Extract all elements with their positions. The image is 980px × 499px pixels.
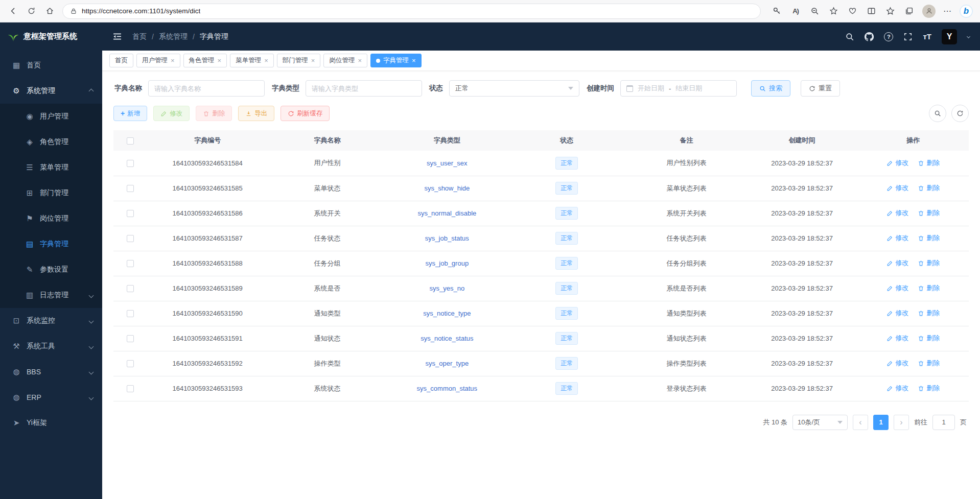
row-delete-link[interactable]: 删除 [918,158,940,168]
date-range-picker[interactable]: 开始日期 - 结束日期 [620,80,737,97]
row-checkbox[interactable] [127,185,134,192]
export-button[interactable]: 导出 [238,106,274,121]
tab-菜单管理[interactable]: 菜单管理× [230,54,274,67]
profile-avatar[interactable] [922,5,936,18]
close-icon[interactable]: × [412,57,416,64]
sidebar-item-user[interactable]: ◉用户管理 [0,104,102,129]
dict-type-link[interactable]: sys_normal_disable [417,209,476,217]
row-checkbox[interactable] [127,335,134,342]
current-page[interactable]: 1 [873,415,889,430]
row-delete-link[interactable]: 删除 [918,384,940,393]
goto-page-input[interactable] [932,415,955,430]
back-icon[interactable] [7,6,18,17]
fullscreen-icon[interactable] [903,32,913,41]
key-icon[interactable] [771,6,782,17]
read-aloud-icon[interactable]: A) [790,6,801,17]
row-delete-link[interactable]: 删除 [918,233,940,243]
user-avatar[interactable]: Y [942,29,957,44]
tab-岗位管理[interactable]: 岗位管理× [323,54,367,67]
row-delete-link[interactable]: 删除 [918,308,940,318]
edit-button[interactable]: 修改 [153,106,190,121]
row-edit-link[interactable]: 修改 [886,158,908,168]
sidebar-item-system[interactable]: ⚙系统管理 [0,78,102,104]
row-edit-link[interactable]: 修改 [886,208,908,218]
row-edit-link[interactable]: 修改 [886,283,908,293]
row-edit-link[interactable]: 修改 [886,384,908,393]
tab-用户管理[interactable]: 用户管理× [136,54,180,67]
add-button[interactable]: +新增 [113,106,147,121]
tab-角色管理[interactable]: 角色管理× [183,54,227,67]
favorites-icon[interactable] [884,6,896,17]
row-checkbox[interactable] [127,360,134,367]
close-icon[interactable]: × [171,57,175,64]
row-delete-link[interactable]: 删除 [918,334,940,343]
sidebar-item-erp[interactable]: ◍ERP [0,385,102,410]
next-page-button[interactable]: › [894,415,909,430]
row-checkbox[interactable] [127,210,134,217]
home-icon[interactable] [44,6,55,17]
toggle-search-button[interactable] [929,105,946,122]
breadcrumb-home[interactable]: 首页 [132,32,147,41]
dict-name-input[interactable] [148,80,265,97]
close-icon[interactable]: × [218,57,222,64]
sidebar-item-dept[interactable]: ⊞部门管理 [0,180,102,206]
sidebar-item-bbs[interactable]: ◍BBS [0,359,102,385]
row-checkbox[interactable] [127,285,134,292]
row-edit-link[interactable]: 修改 [886,334,908,343]
bing-icon[interactable]: b [960,5,973,18]
sidebar-item-yi[interactable]: ➤Yi框架 [0,410,102,436]
row-checkbox[interactable] [127,260,134,267]
row-delete-link[interactable]: 删除 [918,359,940,368]
dict-type-link[interactable]: sys_job_status [425,234,469,242]
tab-部门管理[interactable]: 部门管理× [277,54,321,67]
app-logo[interactable]: 意框架管理系统 [0,22,102,51]
row-delete-link[interactable]: 删除 [918,208,940,218]
dict-type-link[interactable]: sys_notice_status [421,335,473,342]
sidebar-item-dict[interactable]: ▤字典管理 [0,231,102,257]
sidebar-item-log[interactable]: ▥日志管理 [0,282,102,308]
collections-icon[interactable] [903,6,915,17]
font-size-icon[interactable]: тT [923,32,931,41]
row-checkbox[interactable] [127,310,134,317]
sidebar-item-param[interactable]: ✎参数设置 [0,257,102,282]
github-icon[interactable] [865,32,874,41]
close-icon[interactable]: × [311,57,315,64]
dict-type-link[interactable]: sys_user_sex [427,159,467,167]
row-delete-link[interactable]: 删除 [918,183,940,193]
sidebar-item-monitor[interactable]: ⊡系统监控 [0,308,102,334]
dict-type-link[interactable]: sys_common_status [417,385,478,392]
refresh-table-button[interactable] [951,105,969,122]
row-edit-link[interactable]: 修改 [886,233,908,243]
delete-button[interactable]: 删除 [196,106,232,121]
tab-首页[interactable]: 首页 [109,54,133,67]
help-icon[interactable]: ? [884,32,893,41]
add-favorite-icon[interactable] [828,6,839,17]
refresh-icon[interactable] [26,6,37,17]
breadcrumb-system[interactable]: 系统管理 [159,32,188,41]
split-screen-icon[interactable] [866,6,877,17]
search-button[interactable]: 搜索 [751,80,790,97]
dict-type-link[interactable]: sys_show_hide [424,184,470,192]
dict-type-link[interactable]: sys_job_group [426,259,469,267]
row-edit-link[interactable]: 修改 [886,308,908,318]
dict-type-link[interactable]: sys_notice_type [423,310,471,317]
chevron-down-icon[interactable] [967,35,970,38]
sidebar-item-role[interactable]: ◈角色管理 [0,129,102,155]
select-all-checkbox[interactable] [127,137,134,145]
sidebar-item-menu[interactable]: ☰菜单管理 [0,155,102,180]
dict-type-input[interactable] [306,80,422,97]
browser-essentials-icon[interactable] [847,6,858,17]
sidebar-item-tools[interactable]: ⚒系统工具 [0,334,102,359]
row-edit-link[interactable]: 修改 [886,359,908,368]
close-icon[interactable]: × [358,57,362,64]
address-bar[interactable]: https://ccnetcore.com:1101/system/dict [62,4,761,19]
tab-字典管理[interactable]: 字典管理× [370,54,422,67]
refresh-cache-button[interactable]: 刷新缓存 [281,106,330,121]
status-select[interactable]: 正常 [449,80,579,97]
sidebar-item-post[interactable]: ⚑岗位管理 [0,206,102,231]
row-delete-link[interactable]: 删除 [918,283,940,293]
row-checkbox[interactable] [127,235,134,242]
row-delete-link[interactable]: 删除 [918,258,940,268]
settings-menu-icon[interactable]: ⋯ [943,6,952,16]
row-edit-link[interactable]: 修改 [886,258,908,268]
